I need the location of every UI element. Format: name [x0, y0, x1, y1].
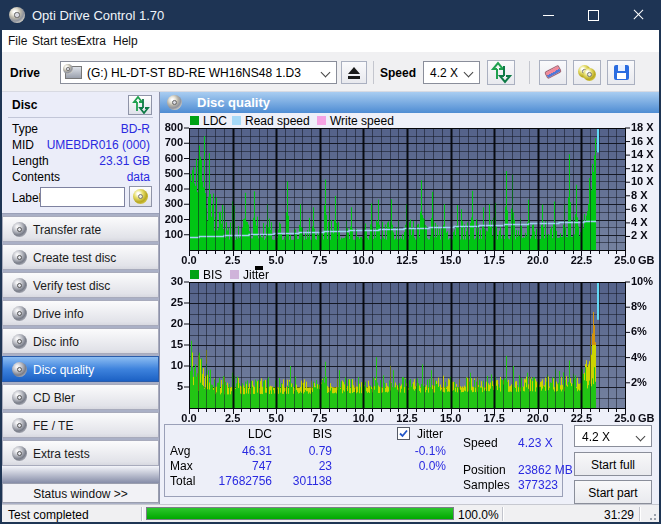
toolbar-separator: [529, 61, 530, 84]
title-bar[interactable]: Opti Drive Control 1.70: [0, 0, 661, 30]
sidebar-item-fe-te[interactable]: FE / TE: [2, 412, 159, 438]
disc-icon: [12, 306, 27, 321]
disc-quality-header: Disc quality: [160, 92, 659, 113]
chevron-down-icon: [321, 68, 331, 78]
eject-button[interactable]: [341, 61, 367, 84]
field-mid-value: UMEBDR016 (000): [40, 138, 150, 152]
label-disc-button[interactable]: [129, 186, 152, 207]
menu-file[interactable]: File: [8, 34, 27, 48]
status-text: Test completed: [8, 508, 89, 522]
start-part-button[interactable]: Start part: [574, 480, 652, 504]
progress-fill: [147, 508, 453, 519]
samples-stat-value: 377323: [518, 478, 558, 492]
bis-avg-value: 0.79: [280, 444, 332, 458]
speed-combo-value: 4.2 X: [430, 66, 458, 80]
close-button[interactable]: [616, 0, 661, 30]
drive-label: Drive: [10, 66, 40, 80]
sidebar-gradient: [2, 466, 159, 483]
jitter-avg-value: -0.1%: [386, 444, 446, 458]
refresh-icon: [129, 96, 151, 114]
disc-icon: [12, 222, 27, 237]
speed-stat-value: 4.23 X: [518, 436, 553, 450]
disc-icon: [167, 95, 182, 110]
toolbar: Drive (G:) HL-DT-ST BD-RE WH16NS48 1.D3 …: [2, 52, 659, 92]
app-window: Opti Drive Control 1.70 File Start test …: [0, 0, 661, 524]
status-window-button[interactable]: Status window >>: [2, 483, 159, 503]
progress-bar: [146, 507, 454, 520]
speed-label: Speed: [380, 66, 416, 80]
app-icon: [9, 7, 25, 23]
disc-refresh-button[interactable]: [128, 95, 152, 115]
sidebar-item-create-test-disc[interactable]: Create test disc: [2, 244, 159, 270]
ldc-total-value: 17682756: [200, 474, 272, 488]
window-title: Opti Drive Control 1.70: [32, 8, 164, 23]
ldc-chart-canvas: [161, 118, 659, 268]
progress-percent: 100.0%: [458, 508, 499, 522]
field-length-value: 23.31 GB: [40, 154, 150, 168]
maximize-icon: [588, 10, 599, 21]
window-border: [0, 30, 2, 524]
divider: [8, 117, 153, 118]
chevron-down-icon: [464, 68, 474, 78]
refresh-button[interactable]: [487, 60, 515, 85]
disc-icon: [12, 418, 27, 433]
sidebar-item-drive-info[interactable]: Drive info: [2, 300, 159, 326]
resize-grip[interactable]: [647, 511, 656, 520]
eraser-icon: [544, 65, 562, 80]
drive-disc-icon: [63, 64, 73, 74]
position-stat-value: 23862 MB: [518, 463, 573, 477]
label-input[interactable]: [40, 187, 125, 207]
erase-disc-button[interactable]: [539, 60, 567, 85]
page-title: Disc quality: [197, 95, 270, 110]
save-button[interactable]: [607, 60, 635, 85]
disc-icon: [12, 250, 27, 265]
test-discs-button[interactable]: [573, 60, 601, 85]
speed-combo[interactable]: 4.2 X: [423, 61, 480, 84]
disc-icon: [12, 446, 27, 461]
menu-bar: File Start test Extra Help: [2, 30, 659, 52]
test-speed-combo-value: 4.2 X: [582, 430, 610, 444]
disc-panel-title: Disc: [12, 98, 37, 112]
disc-icon: [133, 189, 148, 204]
drive-combo[interactable]: (G:) HL-DT-ST BD-RE WH16NS48 1.D3: [60, 61, 337, 84]
jitter-max-value: 0.0%: [386, 459, 446, 473]
statusbar-separator: [502, 507, 503, 521]
sidebar-item-extra-tests[interactable]: Extra tests: [2, 440, 159, 466]
disc-icon: [12, 334, 27, 349]
position-stat-label: Position: [463, 463, 506, 477]
ldc-column-header: LDC: [200, 427, 272, 441]
menu-start-test[interactable]: Start test: [32, 34, 80, 48]
total-row-label: Total: [170, 474, 195, 488]
disc-icon: [12, 390, 27, 405]
statusbar-separator: [639, 507, 640, 521]
maximize-button[interactable]: [571, 0, 616, 30]
test-speed-combo[interactable]: 4.2 X: [574, 425, 652, 447]
jitter-checkbox[interactable]: [397, 427, 410, 440]
toolbar-separator: [373, 61, 374, 84]
sidebar-item-verify-test-disc[interactable]: Verify test disc: [2, 272, 159, 298]
bis-column-header: BIS: [280, 427, 332, 441]
max-row-label: Max: [170, 459, 193, 473]
refresh-icon: [488, 61, 514, 84]
ldc-max-value: 747: [200, 459, 272, 473]
disc-icon: [583, 68, 596, 81]
disc-icon: [12, 362, 27, 377]
menu-extra[interactable]: Extra: [78, 34, 106, 48]
avg-row-label: Avg: [170, 444, 190, 458]
ldc-avg-value: 46.31: [200, 444, 272, 458]
sidebar-item-disc-quality[interactable]: Disc quality: [2, 356, 159, 382]
label-field-label: Label: [12, 191, 41, 205]
start-full-button[interactable]: Start full: [574, 452, 652, 476]
sidebar-item-disc-info[interactable]: Disc info: [2, 328, 159, 354]
minimize-button[interactable]: [526, 0, 571, 30]
eject-icon: [348, 67, 360, 74]
field-type-label: Type: [12, 122, 38, 136]
sidebar-item-cd-bler[interactable]: CD Bler: [2, 384, 159, 410]
samples-stat-label: Samples: [463, 478, 510, 492]
statusbar-separator: [141, 507, 142, 521]
elapsed-time: 31:29: [562, 508, 634, 522]
sidebar-item-transfer-rate[interactable]: Transfer rate: [2, 216, 159, 242]
field-mid-label: MID: [12, 138, 34, 152]
bis-max-value: 23: [280, 459, 332, 473]
menu-help[interactable]: Help: [113, 34, 138, 48]
